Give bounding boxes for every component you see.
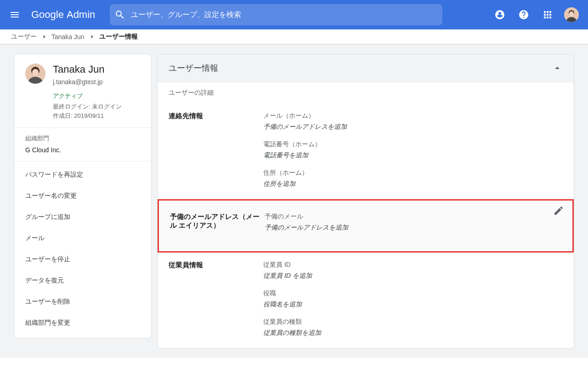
field-label: 役職	[263, 289, 563, 298]
chevron-right-icon	[40, 33, 48, 40]
field-address-home[interactable]: 住所（ホーム） 住所を追加	[263, 169, 563, 188]
account-circle-icon	[494, 9, 505, 20]
user-actions: パスワードを再設定 ユーザー名の変更 グループに追加 メール ユーザーを停止 デ…	[14, 161, 151, 338]
page-body: Tanaka Jun j.tanaka@gtest.jp アクティブ 最終ログイ…	[0, 44, 588, 358]
panel-title: ユーザー情報	[169, 63, 552, 74]
search-icon	[114, 9, 125, 20]
user-display-name: Tanaka Jun	[53, 63, 122, 75]
org-unit-value: G Cloud Inc.	[25, 146, 140, 154]
contact-info-label: 連絡先情報	[169, 112, 263, 188]
user-summary-card: Tanaka Jun j.tanaka@gtest.jp アクティブ 最終ログイ…	[14, 54, 152, 339]
search-input[interactable]	[131, 11, 438, 19]
created-date: 作成日: 2019/09/11	[53, 111, 122, 121]
field-phone-home[interactable]: 電話番号（ホーム） 電話番号を追加	[263, 140, 563, 160]
field-value: 予備のメールアドレスを追加	[265, 224, 561, 232]
user-status-badge: アクティブ	[53, 92, 122, 100]
contact-info-block: 連絡先情報 メール（ホーム） 予備のメールアドレスを追加 電話番号（ホーム） 電…	[158, 104, 574, 199]
action-reset-password[interactable]: パスワードを再設定	[14, 165, 151, 184]
field-employee-type[interactable]: 従業員の種類 従業員の種類を追加	[263, 318, 563, 337]
product-logo[interactable]: Google Admin	[31, 9, 95, 21]
pencil-icon[interactable]	[553, 205, 564, 216]
field-label: 住所（ホーム）	[263, 169, 563, 177]
chevron-up-icon	[552, 63, 563, 74]
avatar-icon	[564, 7, 579, 22]
field-value: 予備のメールアドレスを追加	[263, 123, 563, 131]
svg-point-8	[32, 69, 39, 75]
breadcrumb-user[interactable]: Tanaka Jun	[51, 33, 85, 40]
employee-info-block: 従業員情報 従業員 ID 従業員 ID を追加 役職 役職名を追加 従業員の種類…	[158, 253, 574, 348]
employee-info-label: 従業員情報	[169, 261, 263, 337]
user-avatar	[25, 63, 45, 84]
field-value: 従業員の種類を追加	[263, 329, 563, 337]
field-label: 予備のメール	[265, 213, 561, 221]
search-bar[interactable]	[110, 4, 442, 25]
user-email: j.tanaka@gtest.jp	[53, 78, 122, 86]
field-employee-id[interactable]: 従業員 ID 従業員 ID を追加	[263, 261, 563, 280]
action-change-orgunit[interactable]: 組織部門を変更	[14, 313, 151, 333]
logo-google: Google	[31, 9, 64, 21]
field-value: 役職名を追加	[263, 300, 563, 309]
action-restore-data[interactable]: データを復元	[14, 271, 151, 290]
field-value: 住所を追加	[263, 180, 563, 188]
org-unit-section: 組織部門 G Cloud Inc.	[14, 128, 151, 161]
field-label: メール（ホーム）	[263, 112, 563, 120]
chevron-right-icon	[88, 33, 96, 40]
user-detail-card: ユーザー情報 ユーザーの詳細 連絡先情報 メール（ホーム） 予備のメールアドレス…	[157, 54, 574, 349]
help-button[interactable]	[513, 4, 535, 26]
field-email-home[interactable]: メール（ホーム） 予備のメールアドレスを追加	[263, 112, 563, 131]
action-delete-user[interactable]: ユーザーを削除	[14, 292, 151, 311]
breadcrumb-users[interactable]: ユーザー	[11, 33, 37, 41]
help-icon	[518, 9, 529, 20]
main-menu-button[interactable]	[4, 4, 26, 26]
action-mail[interactable]: メール	[14, 229, 151, 248]
field-job-title[interactable]: 役職 役職名を追加	[263, 289, 563, 309]
last-login: 最終ログイン: 未ログイン	[53, 102, 122, 111]
field-value: 従業員 ID を追加	[263, 272, 563, 280]
apps-button[interactable]	[537, 4, 559, 26]
panel-header[interactable]: ユーザー情報	[158, 54, 574, 82]
account-circle-button[interactable]	[489, 4, 511, 26]
apps-icon	[542, 9, 553, 20]
svg-point-4	[569, 12, 574, 16]
app-header: Google Admin	[0, 0, 588, 29]
breadcrumb-current: ユーザー情報	[99, 33, 138, 41]
logo-admin: Admin	[67, 9, 95, 21]
field-label: 従業員 ID	[263, 261, 563, 269]
breadcrumb: ユーザー Tanaka Jun ユーザー情報	[0, 29, 588, 44]
header-actions	[489, 4, 582, 26]
action-add-to-group[interactable]: グループに追加	[14, 207, 151, 227]
email-alias-label: 予備のメールアドレス（メール エイリアス）	[170, 213, 265, 232]
action-suspend-user[interactable]: ユーザーを停止	[14, 250, 151, 269]
action-rename-user[interactable]: ユーザー名の変更	[14, 186, 151, 206]
hamburger-icon	[9, 9, 20, 20]
field-value: 電話番号を追加	[263, 151, 563, 160]
panel-subhead: ユーザーの詳細	[158, 82, 574, 104]
field-label: 従業員の種類	[263, 318, 563, 326]
field-alias-email[interactable]: 予備のメール 予備のメールアドレスを追加	[265, 213, 561, 232]
org-unit-label: 組織部門	[25, 134, 140, 143]
field-label: 電話番号（ホーム）	[263, 140, 563, 149]
profile-avatar-button[interactable]	[560, 4, 582, 26]
email-alias-block: 予備のメールアドレス（メール エイリアス） 予備のメール 予備のメールアドレスを…	[158, 199, 574, 253]
